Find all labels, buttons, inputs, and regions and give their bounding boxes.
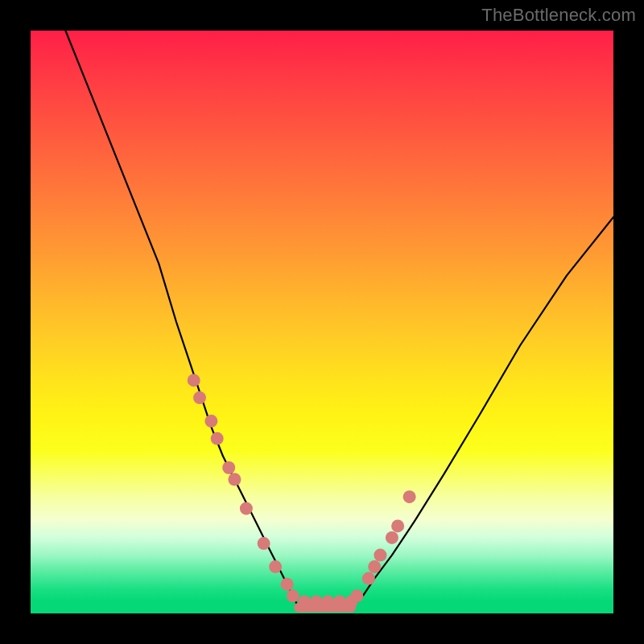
sample-dot <box>240 502 253 515</box>
sample-dot <box>228 473 241 486</box>
chart-frame: TheBottleneck.com <box>0 0 644 644</box>
sample-dots-group <box>188 374 416 608</box>
sample-dot <box>374 549 386 562</box>
sample-dot <box>403 490 416 503</box>
sample-dot <box>362 572 375 585</box>
sample-dot <box>391 519 404 532</box>
sample-dot <box>188 374 200 386</box>
sample-dot <box>211 432 224 445</box>
bottleneck-curve <box>65 31 613 608</box>
sample-dot <box>269 560 282 573</box>
curve-svg <box>31 31 613 613</box>
sample-dot <box>258 537 270 550</box>
sample-dot <box>281 578 294 591</box>
sample-dot <box>368 560 381 573</box>
sample-dot <box>222 461 235 474</box>
plot-area <box>31 31 613 613</box>
sample-dot <box>204 415 217 427</box>
sample-dot <box>350 589 363 602</box>
sample-dot <box>287 589 299 602</box>
sample-dot <box>386 531 398 544</box>
watermark-text: TheBottleneck.com <box>481 5 636 26</box>
sample-dot <box>193 391 206 404</box>
